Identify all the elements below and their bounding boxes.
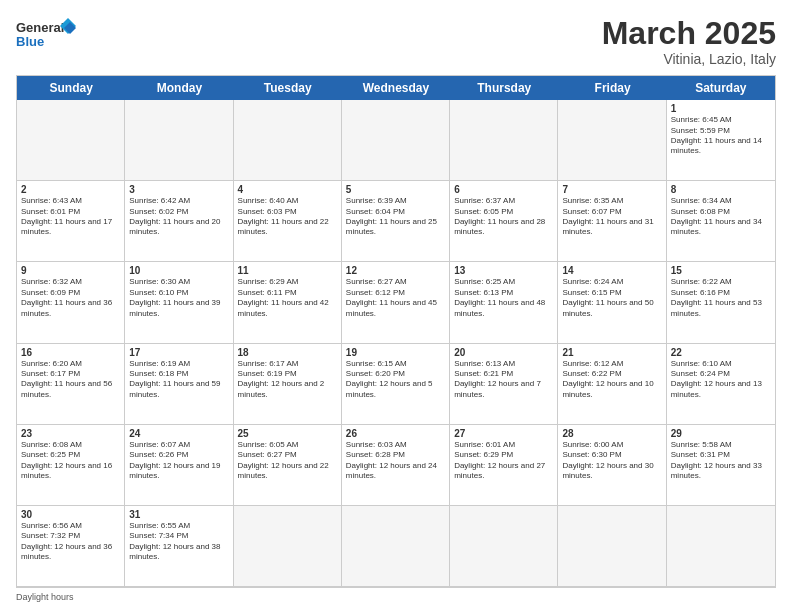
day-number: 24 [129, 428, 228, 439]
svg-text:Blue: Blue [16, 34, 44, 49]
table-row [342, 100, 450, 181]
day-header-sunday: Sunday [17, 76, 125, 100]
day-number: 15 [671, 265, 771, 276]
logo: General Blue [16, 16, 76, 54]
day-number: 28 [562, 428, 661, 439]
table-row [125, 100, 233, 181]
table-row: 8Sunrise: 6:34 AM Sunset: 6:08 PM Daylig… [667, 181, 775, 262]
day-header-tuesday: Tuesday [234, 76, 342, 100]
day-info: Sunrise: 6:13 AM Sunset: 6:21 PM Dayligh… [454, 359, 553, 401]
day-number: 22 [671, 347, 771, 358]
table-row: 6Sunrise: 6:37 AM Sunset: 6:05 PM Daylig… [450, 181, 558, 262]
day-number: 21 [562, 347, 661, 358]
day-info: Sunrise: 6:05 AM Sunset: 6:27 PM Dayligh… [238, 440, 337, 482]
day-info: Sunrise: 6:07 AM Sunset: 6:26 PM Dayligh… [129, 440, 228, 482]
table-row: 9Sunrise: 6:32 AM Sunset: 6:09 PM Daylig… [17, 262, 125, 343]
day-info: Sunrise: 6:30 AM Sunset: 6:10 PM Dayligh… [129, 277, 228, 319]
table-row [450, 100, 558, 181]
day-number: 8 [671, 184, 771, 195]
table-row: 28Sunrise: 6:00 AM Sunset: 6:30 PM Dayli… [558, 425, 666, 506]
table-row: 15Sunrise: 6:22 AM Sunset: 6:16 PM Dayli… [667, 262, 775, 343]
table-row: 20Sunrise: 6:13 AM Sunset: 6:21 PM Dayli… [450, 344, 558, 425]
day-number: 2 [21, 184, 120, 195]
table-row [558, 506, 666, 587]
day-number: 31 [129, 509, 228, 520]
day-number: 6 [454, 184, 553, 195]
day-info: Sunrise: 6:29 AM Sunset: 6:11 PM Dayligh… [238, 277, 337, 319]
day-number: 14 [562, 265, 661, 276]
day-info: Sunrise: 6:01 AM Sunset: 6:29 PM Dayligh… [454, 440, 553, 482]
table-row [234, 100, 342, 181]
table-row: 18Sunrise: 6:17 AM Sunset: 6:19 PM Dayli… [234, 344, 342, 425]
day-info: Sunrise: 6:55 AM Sunset: 7:34 PM Dayligh… [129, 521, 228, 563]
table-row: 2Sunrise: 6:43 AM Sunset: 6:01 PM Daylig… [17, 181, 125, 262]
table-row: 29Sunrise: 5:58 AM Sunset: 6:31 PM Dayli… [667, 425, 775, 506]
header: General Blue March 2025 Vitinia, Lazio, … [16, 16, 776, 67]
day-info: Sunrise: 6:25 AM Sunset: 6:13 PM Dayligh… [454, 277, 553, 319]
table-row: 3Sunrise: 6:42 AM Sunset: 6:02 PM Daylig… [125, 181, 233, 262]
day-number: 20 [454, 347, 553, 358]
day-number: 30 [21, 509, 120, 520]
day-info: Sunrise: 6:20 AM Sunset: 6:17 PM Dayligh… [21, 359, 120, 401]
day-number: 25 [238, 428, 337, 439]
page: General Blue March 2025 Vitinia, Lazio, … [0, 0, 792, 612]
generalblue-logo-icon: General Blue [16, 16, 76, 54]
day-number: 5 [346, 184, 445, 195]
day-info: Sunrise: 6:56 AM Sunset: 7:32 PM Dayligh… [21, 521, 120, 563]
day-number: 13 [454, 265, 553, 276]
svg-text:General: General [16, 20, 64, 35]
day-number: 1 [671, 103, 771, 114]
day-number: 18 [238, 347, 337, 358]
day-info: Sunrise: 6:10 AM Sunset: 6:24 PM Dayligh… [671, 359, 771, 401]
table-row: 25Sunrise: 6:05 AM Sunset: 6:27 PM Dayli… [234, 425, 342, 506]
day-number: 10 [129, 265, 228, 276]
day-number: 11 [238, 265, 337, 276]
table-row: 13Sunrise: 6:25 AM Sunset: 6:13 PM Dayli… [450, 262, 558, 343]
table-row: 19Sunrise: 6:15 AM Sunset: 6:20 PM Dayli… [342, 344, 450, 425]
bottom-note: Daylight hours [16, 588, 776, 602]
table-row: 1Sunrise: 6:45 AM Sunset: 5:59 PM Daylig… [667, 100, 775, 181]
day-info: Sunrise: 6:22 AM Sunset: 6:16 PM Dayligh… [671, 277, 771, 319]
table-row: 21Sunrise: 6:12 AM Sunset: 6:22 PM Dayli… [558, 344, 666, 425]
day-headers-row: SundayMondayTuesdayWednesdayThursdayFrid… [17, 76, 775, 100]
table-row: 16Sunrise: 6:20 AM Sunset: 6:17 PM Dayli… [17, 344, 125, 425]
table-row: 23Sunrise: 6:08 AM Sunset: 6:25 PM Dayli… [17, 425, 125, 506]
table-row: 24Sunrise: 6:07 AM Sunset: 6:26 PM Dayli… [125, 425, 233, 506]
day-info: Sunrise: 6:43 AM Sunset: 6:01 PM Dayligh… [21, 196, 120, 238]
day-header-wednesday: Wednesday [342, 76, 450, 100]
day-info: Sunrise: 6:34 AM Sunset: 6:08 PM Dayligh… [671, 196, 771, 238]
month-title: March 2025 [602, 16, 776, 51]
table-row: 22Sunrise: 6:10 AM Sunset: 6:24 PM Dayli… [667, 344, 775, 425]
day-info: Sunrise: 6:08 AM Sunset: 6:25 PM Dayligh… [21, 440, 120, 482]
day-info: Sunrise: 6:00 AM Sunset: 6:30 PM Dayligh… [562, 440, 661, 482]
day-info: Sunrise: 6:40 AM Sunset: 6:03 PM Dayligh… [238, 196, 337, 238]
table-row [450, 506, 558, 587]
day-info: Sunrise: 6:32 AM Sunset: 6:09 PM Dayligh… [21, 277, 120, 319]
title-block: March 2025 Vitinia, Lazio, Italy [602, 16, 776, 67]
table-row [234, 506, 342, 587]
table-row [667, 506, 775, 587]
day-number: 29 [671, 428, 771, 439]
day-number: 4 [238, 184, 337, 195]
table-row [17, 100, 125, 181]
day-info: Sunrise: 6:19 AM Sunset: 6:18 PM Dayligh… [129, 359, 228, 401]
day-info: Sunrise: 6:35 AM Sunset: 6:07 PM Dayligh… [562, 196, 661, 238]
day-header-monday: Monday [125, 76, 233, 100]
day-info: Sunrise: 6:17 AM Sunset: 6:19 PM Dayligh… [238, 359, 337, 401]
table-row: 26Sunrise: 6:03 AM Sunset: 6:28 PM Dayli… [342, 425, 450, 506]
day-number: 3 [129, 184, 228, 195]
day-header-thursday: Thursday [450, 76, 558, 100]
table-row: 7Sunrise: 6:35 AM Sunset: 6:07 PM Daylig… [558, 181, 666, 262]
day-number: 19 [346, 347, 445, 358]
day-info: Sunrise: 6:15 AM Sunset: 6:20 PM Dayligh… [346, 359, 445, 401]
day-info: Sunrise: 6:12 AM Sunset: 6:22 PM Dayligh… [562, 359, 661, 401]
day-number: 26 [346, 428, 445, 439]
day-number: 17 [129, 347, 228, 358]
table-row: 27Sunrise: 6:01 AM Sunset: 6:29 PM Dayli… [450, 425, 558, 506]
table-row: 4Sunrise: 6:40 AM Sunset: 6:03 PM Daylig… [234, 181, 342, 262]
calendar: SundayMondayTuesdayWednesdayThursdayFrid… [16, 75, 776, 588]
table-row: 10Sunrise: 6:30 AM Sunset: 6:10 PM Dayli… [125, 262, 233, 343]
table-row: 11Sunrise: 6:29 AM Sunset: 6:11 PM Dayli… [234, 262, 342, 343]
day-number: 16 [21, 347, 120, 358]
day-info: Sunrise: 6:42 AM Sunset: 6:02 PM Dayligh… [129, 196, 228, 238]
